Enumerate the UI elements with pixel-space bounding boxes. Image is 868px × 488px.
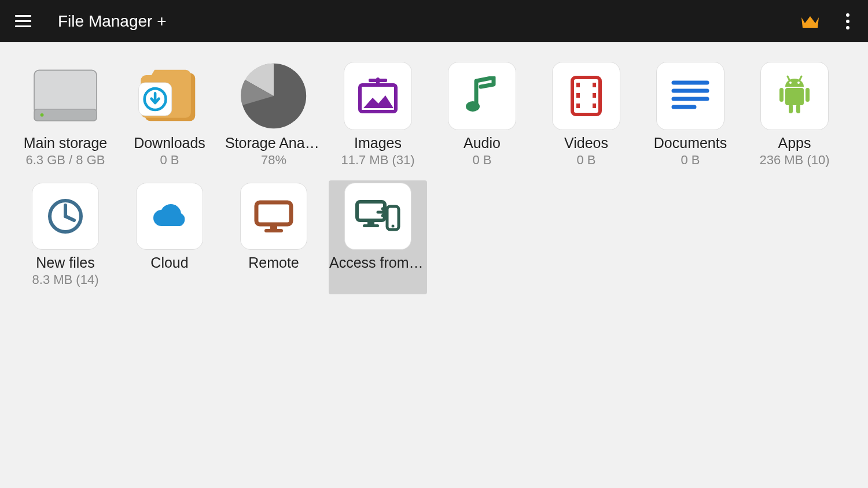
svg-point-28: [789, 82, 792, 84]
svg-rect-16: [593, 103, 596, 108]
svg-rect-11: [576, 83, 580, 87]
downloads-icon: [135, 62, 204, 130]
svg-point-29: [797, 82, 800, 84]
app-toolbar: File Manager +: [0, 0, 868, 42]
svg-rect-26: [789, 104, 793, 113]
svg-rect-15: [593, 93, 596, 98]
svg-rect-37: [367, 220, 374, 224]
item-downloads[interactable]: Downloads 0 B: [120, 60, 219, 175]
svg-rect-12: [576, 93, 580, 98]
item-main-storage[interactable]: Main storage 6.3 GB / 8 GB: [16, 60, 115, 175]
item-sub: 0 B: [681, 153, 700, 168]
android-icon: [760, 62, 829, 130]
item-sub: 236 MB (10): [759, 153, 829, 168]
home-grid: Main storage 6.3 GB / 8 GB Downloads 0 B…: [0, 42, 868, 312]
overflow-menu-icon[interactable]: [839, 10, 856, 33]
svg-point-40: [392, 225, 395, 228]
svg-point-2: [41, 113, 44, 117]
pie-chart-icon: [240, 62, 308, 130]
item-remote[interactable]: Remote: [225, 180, 323, 294]
item-sub: 11.7 MB (31): [341, 153, 414, 168]
film-icon: [552, 62, 620, 130]
item-label: New files: [36, 254, 94, 271]
svg-rect-13: [576, 103, 580, 108]
svg-rect-25: [806, 88, 810, 102]
item-videos[interactable]: Videos 0 B: [537, 60, 635, 175]
item-label: Images: [354, 135, 402, 151]
item-sub: 0 B: [472, 153, 491, 168]
svg-rect-35: [264, 229, 283, 232]
item-documents[interactable]: Documents 0 B: [641, 60, 740, 175]
item-sub: 78%: [261, 153, 286, 168]
item-cloud[interactable]: Cloud: [120, 180, 219, 294]
item-label: Remote: [248, 254, 299, 271]
item-sub: 8.3 MB (14): [32, 272, 99, 287]
svg-line-21: [788, 76, 790, 81]
svg-rect-14: [593, 83, 596, 87]
svg-point-8: [384, 79, 387, 82]
cloud-icon: [136, 183, 203, 250]
drive-icon: [31, 62, 100, 130]
item-images[interactable]: Images 11.7 MB (31): [329, 60, 427, 175]
monitor-icon: [240, 183, 307, 250]
item-sub: 0 B: [576, 153, 595, 168]
svg-rect-27: [796, 104, 800, 113]
item-storage-analysis[interactable]: Storage Analysis 78%: [225, 60, 323, 175]
menu-icon[interactable]: [12, 10, 35, 33]
clock-icon: [32, 183, 99, 250]
svg-rect-23: [785, 88, 804, 105]
item-label: Cloud: [150, 254, 188, 271]
svg-rect-34: [270, 224, 277, 229]
item-label: Storage Analysis: [225, 135, 322, 151]
svg-line-22: [799, 76, 801, 81]
item-label: Audio: [464, 135, 501, 151]
pc-to-phone-icon: [344, 183, 411, 250]
item-label: Access from network: [329, 254, 426, 271]
document-lines-icon: [656, 62, 724, 130]
item-apps[interactable]: Apps 236 MB (10): [745, 60, 844, 175]
item-label: Apps: [778, 135, 811, 151]
svg-rect-33: [256, 202, 291, 224]
item-label: Documents: [654, 135, 727, 151]
item-sub: 0 B: [160, 153, 179, 168]
svg-rect-38: [363, 224, 379, 227]
item-new-files[interactable]: New files 8.3 MB (14): [16, 180, 115, 294]
svg-rect-24: [779, 88, 784, 102]
svg-point-7: [369, 79, 372, 82]
item-label: Downloads: [134, 135, 205, 151]
crown-icon[interactable]: [799, 10, 822, 33]
item-access-from-network[interactable]: Access from network: [329, 180, 427, 294]
item-sub: 6.3 GB / 8 GB: [26, 153, 105, 168]
svg-line-32: [65, 216, 74, 220]
svg-rect-0: [34, 70, 97, 114]
image-icon: [344, 62, 412, 130]
music-note-icon: [448, 62, 516, 130]
svg-point-9: [466, 101, 480, 112]
item-label: Main storage: [24, 135, 108, 151]
item-label: Videos: [564, 135, 608, 151]
item-audio[interactable]: Audio 0 B: [433, 60, 531, 175]
app-title: File Manager +: [58, 12, 167, 31]
